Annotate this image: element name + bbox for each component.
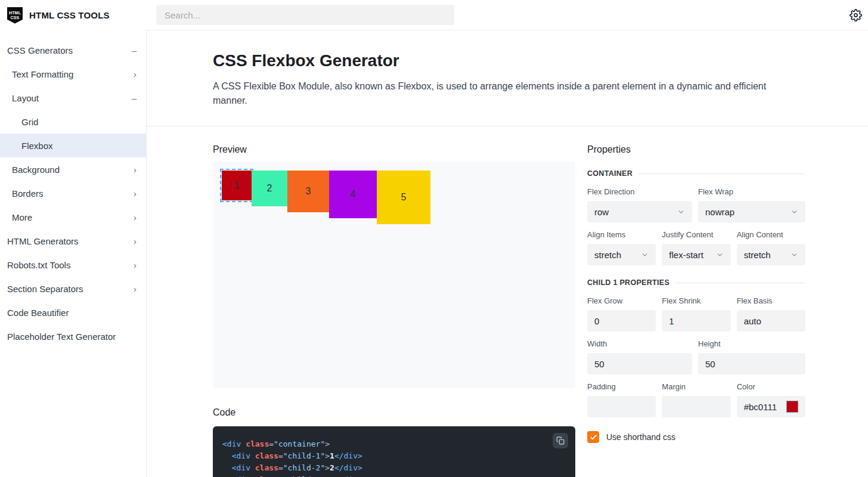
check-icon	[590, 433, 597, 441]
flex-wrap-field: Flex Wrap nowrap	[698, 187, 805, 222]
chevron-right-icon: ›	[134, 212, 137, 222]
justify-content-field: Justify Content flex-start	[662, 230, 730, 265]
collapse-icon: –	[132, 45, 137, 55]
sidebar-item-text-formatting[interactable]: Text Formatting ›	[0, 62, 146, 86]
height-field: Height	[698, 339, 805, 374]
width-input[interactable]	[587, 353, 692, 374]
code-heading: Code	[213, 407, 575, 418]
copy-button[interactable]	[553, 433, 568, 448]
color-field: Color #bc0111	[737, 382, 805, 417]
sidebar-item-code-beautifier[interactable]: Code Beautifier	[0, 301, 146, 324]
code-block: <div class="container"> <div class="chil…	[213, 426, 575, 477]
padding-field: Padding	[587, 382, 656, 417]
sidebar-item-css-generators[interactable]: CSS Generators –	[0, 38, 146, 62]
chevron-right-icon: ›	[134, 260, 137, 270]
preview-panel: 1 2 3 4 5	[213, 162, 575, 388]
width-field: Width	[587, 339, 692, 374]
height-input[interactable]	[698, 353, 805, 374]
sidebar: CSS Generators – Text Formatting › Layou…	[0, 30, 147, 477]
main-content: CSS Flexbox Generator A CSS Flexible Box…	[147, 30, 868, 477]
align-content-select[interactable]: stretch	[737, 244, 805, 265]
padding-input[interactable]	[587, 396, 656, 417]
preview-heading: Preview	[213, 144, 575, 155]
page-description: A CSS Flexible Box Module, also known as…	[213, 79, 803, 108]
settings-button[interactable]	[848, 8, 863, 22]
properties-heading: Properties	[587, 144, 805, 155]
sidebar-item-placeholder-text-generator[interactable]: Placeholder Text Generator	[0, 324, 146, 348]
logo[interactable]: HTML CSS HTML CSS TOOLS	[0, 0, 147, 30]
chevron-down-icon	[641, 251, 649, 259]
flex-child[interactable]: 1	[222, 171, 252, 200]
shorthand-label: Use shorthand css	[606, 432, 675, 442]
flex-basis-field: Flex Basis	[737, 296, 805, 332]
chevron-down-icon	[716, 251, 724, 259]
flex-wrap-select[interactable]: nowrap	[698, 201, 805, 222]
chevron-down-icon	[677, 208, 685, 216]
search-input[interactable]	[156, 5, 454, 25]
shorthand-option: Use shorthand css	[587, 431, 805, 443]
chevron-down-icon	[790, 251, 798, 259]
flex-basis-input[interactable]	[737, 310, 805, 332]
chevron-right-icon: ›	[134, 165, 137, 175]
color-input[interactable]: #bc0111	[737, 396, 805, 417]
collapse-icon: –	[132, 93, 137, 103]
sidebar-item-html-generators[interactable]: HTML Generators ›	[0, 229, 146, 253]
sidebar-item-robots-txt-tools[interactable]: Robots.txt Tools ›	[0, 253, 146, 277]
flex-direction-select[interactable]: row	[587, 201, 692, 222]
flex-child[interactable]: 2	[252, 171, 287, 206]
sidebar-item-flexbox[interactable]: Flexbox	[0, 134, 146, 157]
margin-input[interactable]	[662, 396, 730, 417]
color-swatch[interactable]	[786, 401, 798, 413]
sidebar-item-grid[interactable]: Grid	[0, 110, 146, 134]
chevron-right-icon: ›	[134, 188, 137, 199]
flex-shrink-input[interactable]	[662, 310, 730, 332]
flex-child[interactable]: 3	[287, 171, 329, 212]
htmlcss-logo-icon: HTML CSS	[7, 7, 23, 24]
copy-icon	[556, 436, 565, 445]
shorthand-checkbox[interactable]	[587, 431, 599, 443]
justify-content-select[interactable]: flex-start	[662, 244, 730, 265]
align-items-field: Align Items stretch	[587, 230, 656, 265]
flex-grow-input[interactable]	[587, 310, 656, 332]
code-lines: <div class="container"> <div class="chil…	[222, 438, 566, 477]
sidebar-item-background[interactable]: Background ›	[0, 157, 146, 181]
header	[147, 0, 868, 30]
chevron-right-icon: ›	[134, 236, 137, 246]
flex-child[interactable]: 4	[329, 171, 377, 218]
sidebar-item-borders[interactable]: Borders ›	[0, 181, 146, 205]
sidebar-item-section-separators[interactable]: Section Separators ›	[0, 277, 146, 301]
align-content-field: Align Content stretch	[737, 230, 805, 265]
flex-child[interactable]: 5	[377, 171, 430, 224]
flex-grow-field: Flex Grow	[587, 296, 656, 332]
child-section-title: CHILD 1 PROPERTIES	[587, 278, 805, 287]
chevron-right-icon: ›	[134, 284, 137, 294]
chevron-down-icon	[790, 208, 798, 216]
align-items-select[interactable]: stretch	[587, 244, 656, 265]
sidebar-item-layout[interactable]: Layout –	[0, 86, 146, 110]
chevron-right-icon: ›	[134, 69, 137, 79]
brand-title: HTML CSS TOOLS	[29, 10, 110, 20]
flex-shrink-field: Flex Shrink	[662, 296, 730, 332]
flex-direction-field: Flex Direction row	[587, 187, 692, 222]
page-title: CSS Flexbox Generator	[213, 51, 804, 70]
gear-icon	[850, 9, 862, 21]
page-header: CSS Flexbox Generator A CSS Flexible Box…	[147, 30, 868, 126]
container-section-title: CONTAINER	[587, 169, 805, 178]
top-bar: HTML CSS HTML CSS TOOLS	[0, 0, 868, 30]
margin-field: Margin	[662, 382, 730, 417]
sidebar-item-more[interactable]: More ›	[0, 205, 146, 229]
